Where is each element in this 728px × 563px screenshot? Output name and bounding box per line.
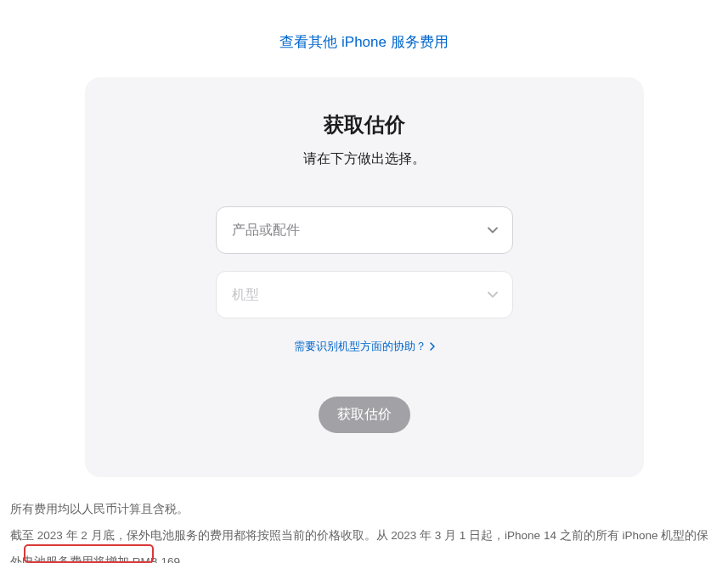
estimate-card: 获取估价 请在下方做出选择。 产品或配件 机型 需要识别机型方面的协助？ 获取估…	[85, 77, 644, 477]
footer-line-1: 所有费用均以人民币计算且含税。	[10, 496, 718, 522]
card-subtitle: 请在下方做出选择。	[119, 150, 610, 168]
card-title: 获取估价	[119, 111, 610, 138]
help-link-label: 需要识别机型方面的协助？	[294, 339, 426, 354]
chevron-right-icon	[430, 342, 435, 351]
model-select[interactable]: 机型	[216, 271, 513, 318]
help-identify-link[interactable]: 需要识别机型方面的协助？	[294, 339, 435, 354]
footer-line-2-text: 截至 2023 年 2 月底，保外电池服务的费用都将按照当前的价格收取。从 20…	[10, 529, 708, 563]
product-select[interactable]: 产品或配件	[216, 206, 513, 254]
other-services-link[interactable]: 查看其他 iPhone 服务费用	[279, 34, 448, 50]
footer-text: 所有费用均以人民币计算且含税。 截至 2023 年 2 月底，保外电池服务的费用…	[0, 477, 728, 563]
model-select-wrapper: 机型	[216, 271, 513, 318]
product-select-wrapper: 产品或配件	[216, 206, 513, 254]
button-row: 获取估价	[119, 397, 610, 433]
get-estimate-button[interactable]: 获取估价	[319, 397, 410, 433]
footer-line-2: 截至 2023 年 2 月底，保外电池服务的费用都将按照当前的价格收取。从 20…	[10, 522, 718, 563]
top-link-container: 查看其他 iPhone 服务费用	[0, 0, 728, 77]
